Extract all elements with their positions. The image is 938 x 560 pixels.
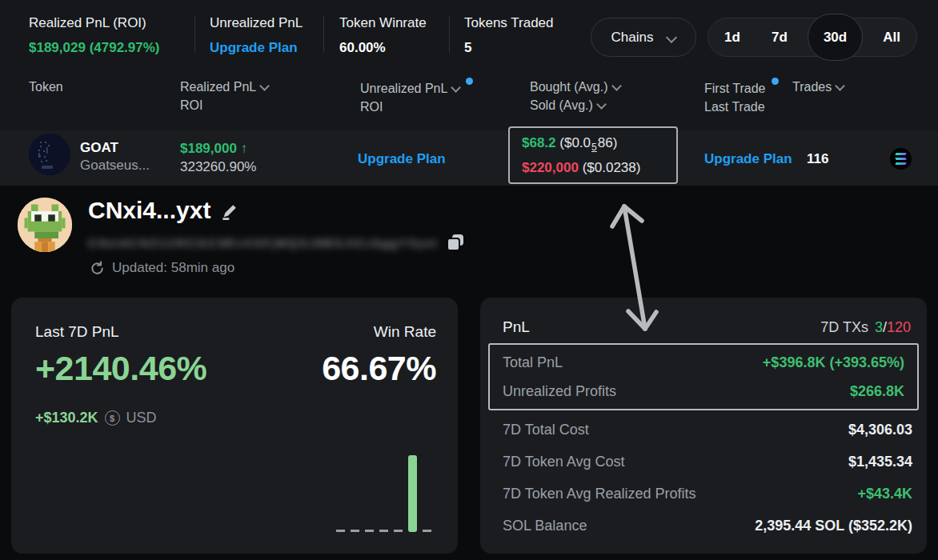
txs-current: 3 (875, 319, 883, 335)
bought-sold-highlight-box: $68.2 ($0.0586) $220,000 ($0.0238) (508, 126, 678, 184)
first-trade-upgrade-link[interactable]: Upgrade Plan (704, 151, 792, 167)
refresh-icon[interactable] (90, 261, 105, 276)
col-label: Token (29, 80, 63, 94)
sort-chevron-icon[interactable] (611, 81, 622, 91)
wallet-analytics-page: Realized PnL (ROI) $189,029 (4792.97%) U… (0, 0, 938, 560)
sort-chevron-icon[interactable] (451, 82, 462, 93)
row-value: $1,435.34 (848, 454, 912, 470)
stat-value: 60.00% (339, 40, 427, 56)
win-rate-label: Win Rate (374, 323, 436, 341)
chains-label: Chains (611, 30, 654, 46)
row-label: 7D Token Avg Realized Profits (503, 486, 695, 502)
realized-pnl-cell: $189,000 ↑ 323260.90% (180, 139, 256, 176)
time-filter-all[interactable]: All (872, 18, 912, 57)
table-row: Total PnL +$396.8K (+393.65%) (490, 354, 917, 371)
chart-bar (408, 455, 417, 532)
token-avatar[interactable] (29, 134, 70, 175)
chains-dropdown[interactable]: Chains (591, 18, 696, 57)
row-value: $266.8K (850, 383, 904, 400)
sold-amount: $220,000 (522, 160, 579, 175)
updated-text: Updated: 58min ago (112, 260, 234, 276)
solana-bar (895, 162, 906, 165)
sort-chevron-icon[interactable] (259, 81, 270, 91)
pnl-usd-value: +$130.2K (35, 410, 98, 426)
bought-amount: $68.2 (522, 135, 556, 150)
stat-realized-pnl: Realized PnL (ROI) $189,029 (4792.97%) (29, 15, 160, 56)
table-row: 7D Total Cost $4,306.03 (480, 414, 927, 446)
stat-tokens-traded: Tokens Traded 5 (464, 15, 554, 56)
chart-zero-dash (336, 530, 345, 532)
stat-label: Tokens Traded (464, 15, 554, 31)
col-header-first-last-trade[interactable]: First Trade Last Trade (704, 78, 779, 116)
col-label: Unrealized PnL (360, 82, 447, 95)
bought-line: $68.2 ($0.0586) (522, 133, 676, 158)
solana-bar (895, 158, 906, 160)
divider (323, 16, 324, 53)
7d-txs: 7D TXs3/120 (820, 319, 911, 336)
pnl-card-title: PnL (503, 318, 530, 336)
sort-chevron-icon[interactable] (835, 81, 845, 91)
wallet-avatar[interactable] (18, 198, 72, 252)
time-filter-30d[interactable]: 30d (808, 14, 863, 61)
top-section: Realized PnL (ROI) $189,029 (4792.97%) U… (0, 0, 938, 186)
solana-bar (895, 153, 906, 155)
bought-price-end: 86) (598, 135, 618, 150)
wallet-address-blurred: CNxi4CNZU2RCGC9EvXSFjMQSJ8BSJtCcbggYSyxt (88, 236, 439, 250)
sort-chevron-icon[interactable] (596, 99, 607, 110)
wallet-display-name: CNxi4...yxt (88, 197, 210, 224)
copy-icon-front (447, 238, 460, 251)
sold-price: ($0.0238) (583, 160, 641, 175)
notification-dot (466, 78, 473, 85)
row-value: $4,306.03 (848, 422, 912, 438)
unrealized-upgrade-link[interactable]: Upgrade Plan (358, 151, 446, 167)
chevron-down-icon (666, 31, 677, 42)
trades-count: 116 (807, 151, 828, 167)
col-label: ROI (360, 98, 473, 116)
pixel-goat-avatar (18, 198, 72, 252)
usd-swap-icon[interactable]: $ (105, 410, 120, 426)
up-arrow-icon: ↑ (241, 141, 248, 156)
copy-address-icon[interactable] (447, 234, 463, 251)
row-label: SOL Balance (503, 518, 587, 534)
col-label: Bought (Avg.) (530, 80, 608, 94)
stat-label: Unrealized PnL (210, 15, 303, 31)
chart-zero-dash (351, 530, 359, 532)
table-row: Unrealized Profits $266.8K (490, 383, 917, 400)
col-header-bought-sold[interactable]: Bought (Avg.) Sold (Avg.) (530, 78, 620, 114)
txs-total: 120 (887, 319, 911, 335)
col-header-unrealized-pnl[interactable]: Unrealized PnL ROI (360, 78, 473, 116)
col-label: ROI (180, 96, 268, 114)
notification-dot (772, 78, 779, 85)
col-label: Last Trade (704, 98, 779, 116)
total-pnl-highlight-box: Total PnL +$396.8K (+393.65%) Unrealized… (488, 343, 919, 410)
sold-line: $220,000 ($0.0238) (522, 158, 676, 178)
col-header-realized-pnl[interactable]: Realized PnL ROI (180, 78, 268, 114)
upgrade-plan-link[interactable]: Upgrade Plan (210, 40, 303, 56)
col-label: Trades (792, 80, 832, 94)
col-header-trades[interactable]: Trades (792, 78, 844, 96)
row-label: 7D Total Cost (503, 422, 589, 438)
row-label: 7D Token Avg Cost (503, 454, 624, 470)
table-row: 7D Token Avg Cost $1,435.34 (480, 446, 927, 478)
token-name: Goatseus... (80, 157, 150, 174)
pnl-detail-card: PnL 7D TXs3/120 Total PnL +$396.8K (+393… (480, 298, 927, 554)
row-value: +$396.8K (+393.65%) (763, 354, 904, 371)
col-label: Sold (Avg.) (530, 98, 593, 112)
chart-zero-dash (394, 530, 403, 532)
wallet-address-row: CNxi4CNZU2RCGC9EvXSFjMQSJ8BSJtCcbggYSyxt (88, 232, 480, 253)
stat-value: $189,029 (4792.97%) (29, 40, 160, 56)
updated-row: Updated: 58min ago (90, 260, 234, 276)
token-cell[interactable]: GOAT Goatseus... (80, 139, 150, 174)
token-symbol: GOAT (80, 139, 150, 157)
bought-price: ($0.0 (559, 135, 591, 150)
col-label: First Trade (704, 82, 765, 95)
divider (449, 16, 450, 53)
col-header-token[interactable]: Token (29, 78, 63, 96)
time-filter-7d[interactable]: 7d (760, 18, 799, 57)
table-row: 7D Token Avg Realized Profits +$43.4K (480, 478, 927, 510)
stat-label: Token Winrate (339, 15, 427, 31)
edit-pencil-icon[interactable] (220, 201, 240, 221)
time-filter-1d[interactable]: 1d (713, 18, 752, 57)
txs-label: 7D TXs (820, 319, 868, 335)
goat-token-image (29, 134, 70, 175)
